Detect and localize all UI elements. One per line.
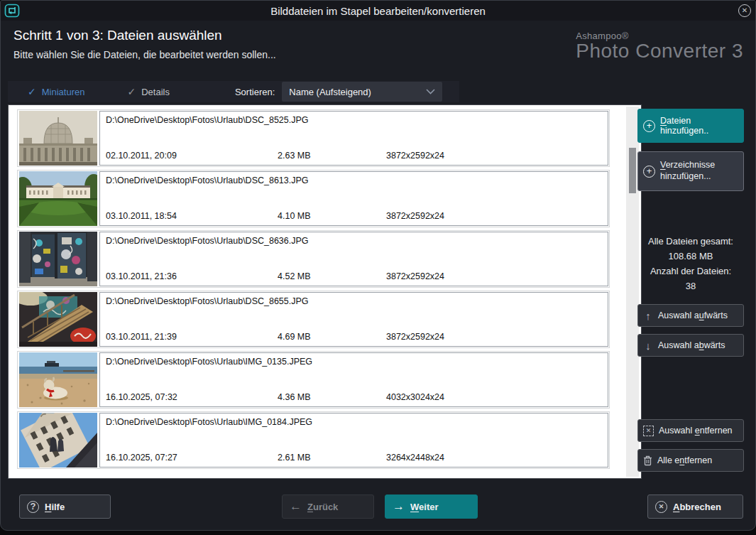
next-button[interactable]: → Weiter bbox=[385, 495, 478, 519]
file-date: 03.10.2011, 21:36 bbox=[106, 271, 278, 281]
remove-selection-icon: ✕ bbox=[643, 426, 654, 436]
remove-selection-button[interactable]: ✕ Auswahl entfernen bbox=[637, 419, 744, 442]
add-files-label: Dateien hinzufügen.. bbox=[660, 116, 738, 136]
thumbnail-beach-dog bbox=[19, 352, 97, 407]
next-label: Weiter bbox=[410, 502, 439, 512]
file-dimensions: 3872x2592x24 bbox=[386, 271, 444, 281]
file-path: D:\OneDrive\Desktop\Fotos\Urlaub\DSC_861… bbox=[106, 175, 309, 185]
file-dimensions: 3872x2592x24 bbox=[386, 211, 444, 221]
file-row[interactable]: D:\OneDrive\Desktop\Fotos\Urlaub\DSC_863… bbox=[17, 230, 610, 288]
file-stats: Alle Dateien gesamt: 108.68 MB Anzahl de… bbox=[637, 234, 744, 293]
file-date: 03.10.2011, 18:54 bbox=[106, 211, 278, 221]
page-title: Schritt 1 von 3: Dateien auswählen bbox=[13, 28, 222, 43]
plus-circle-icon: + bbox=[643, 120, 655, 132]
file-date: 03.10.2011, 21:39 bbox=[106, 332, 278, 342]
title-bar: Bilddateien im Stapel bearbeiten/konvert… bbox=[1, 1, 755, 21]
file-list: D:\OneDrive\Desktop\Fotos\Urlaub\DSC_852… bbox=[8, 104, 642, 479]
sort-dropdown[interactable]: Name (Aufsteigend) bbox=[282, 82, 442, 102]
file-info: D:\OneDrive\Desktop\Fotos\Urlaub\DSC_861… bbox=[99, 171, 608, 226]
thumbnail-palace-lawn bbox=[19, 171, 97, 226]
file-row[interactable]: D:\OneDrive\Desktop\Fotos\Urlaub\DSC_852… bbox=[17, 109, 610, 167]
close-icon[interactable]: ✕ bbox=[738, 4, 751, 17]
file-size: 4.10 MB bbox=[278, 211, 386, 221]
file-path: D:\OneDrive\Desktop\Fotos\Urlaub\DSC_852… bbox=[106, 115, 309, 125]
file-dimensions: 3264x2448x24 bbox=[386, 453, 444, 463]
trash-icon bbox=[643, 455, 652, 466]
arrow-left-icon: ← bbox=[290, 499, 302, 514]
remove-all-label: Alle entfernen bbox=[657, 455, 712, 465]
check-icon: ✓ bbox=[28, 86, 36, 97]
sort-label: Sortieren: bbox=[235, 87, 275, 97]
file-size: 4.36 MB bbox=[278, 392, 386, 402]
plus-circle-icon: + bbox=[643, 166, 655, 178]
arrow-up-icon: ↑ bbox=[643, 310, 653, 322]
tab-details[interactable]: ✓ Details bbox=[127, 86, 169, 97]
thumbnail-tilted-building bbox=[19, 413, 97, 468]
stats-count-value: 38 bbox=[637, 279, 744, 293]
file-path: D:\OneDrive\Desktop\Fotos\Urlaub\IMG_018… bbox=[106, 417, 312, 427]
file-row[interactable]: D:\OneDrive\Desktop\Fotos\Urlaub\IMG_013… bbox=[17, 351, 610, 409]
stats-total-value: 108.68 MB bbox=[637, 249, 744, 264]
move-selection-up-button[interactable]: ↑ Auswahl aufwärts bbox=[637, 304, 744, 327]
back-button[interactable]: ← Zurück bbox=[282, 495, 374, 519]
remove-all-button[interactable]: Alle entfernen bbox=[637, 449, 744, 472]
sort-selected-value: Name (Aufsteigend) bbox=[289, 87, 426, 97]
file-date: 16.10.2025, 07:27 bbox=[106, 453, 278, 463]
wizard-header: Schritt 1 von 3: Dateien auswählen Bitte… bbox=[1, 21, 755, 79]
file-dimensions: 3872x2592x24 bbox=[386, 151, 444, 161]
window-title: Bilddateien im Stapel bearbeiten/konvert… bbox=[1, 5, 755, 17]
file-path: D:\OneDrive\Desktop\Fotos\Urlaub\IMG_013… bbox=[106, 357, 312, 367]
file-date: 02.10.2011, 20:09 bbox=[106, 151, 278, 161]
file-dimensions: 4032x3024x24 bbox=[386, 392, 444, 402]
check-icon: ✓ bbox=[127, 86, 136, 97]
arrow-down-icon: ↓ bbox=[643, 340, 653, 352]
back-label: Zurück bbox=[307, 502, 338, 512]
file-info: D:\OneDrive\Desktop\Fotos\Urlaub\IMG_018… bbox=[99, 413, 608, 468]
help-label: Hilfe bbox=[45, 502, 65, 512]
cancel-button[interactable]: ✕ Abbrechen bbox=[647, 495, 743, 519]
cancel-circle-icon: ✕ bbox=[655, 501, 667, 513]
file-path: D:\OneDrive\Desktop\Fotos\Urlaub\DSC_863… bbox=[106, 236, 309, 246]
stats-total-label: Alle Dateien gesamt: bbox=[637, 234, 744, 249]
tab-miniaturen[interactable]: ✓ Miniaturen bbox=[28, 86, 84, 97]
scrollbar-thumb[interactable] bbox=[629, 148, 636, 193]
move-down-label: Auswahl abwärts bbox=[658, 340, 725, 350]
arrow-right-icon: → bbox=[393, 499, 405, 514]
thumbnail-graffiti-stairs bbox=[19, 292, 97, 347]
help-icon: ? bbox=[27, 501, 39, 513]
add-files-button[interactable]: + Dateien hinzufügen.. bbox=[637, 109, 744, 143]
remove-selection-label: Auswahl entfernen bbox=[659, 426, 733, 436]
page-subtitle: Bitte wählen Sie die Dateien, die bearbe… bbox=[13, 49, 276, 60]
move-up-label: Auswahl aufwärts bbox=[658, 310, 728, 320]
list-toolbar: ✓ Miniaturen ✓ Details Sortieren: Name (… bbox=[8, 81, 459, 102]
file-size: 4.69 MB bbox=[278, 332, 386, 342]
actions-sidebar: + Dateien hinzufügen.. + Verzeichnisse h… bbox=[637, 104, 744, 479]
file-dimensions: 3872x2592x24 bbox=[386, 332, 444, 342]
thumbnail-reichstag-dome bbox=[19, 111, 97, 166]
file-info: D:\OneDrive\Desktop\Fotos\Urlaub\IMG_013… bbox=[99, 352, 608, 407]
dialog-window: Bilddateien im Stapel bearbeiten/konvert… bbox=[0, 0, 756, 531]
app-icon bbox=[4, 4, 20, 18]
cancel-label: Abbrechen bbox=[673, 502, 721, 512]
add-directories-label: Verzeichnisse hinzufügen... bbox=[660, 160, 738, 182]
file-row[interactable]: D:\OneDrive\Desktop\Fotos\Urlaub\IMG_018… bbox=[17, 411, 610, 469]
file-row[interactable]: D:\OneDrive\Desktop\Fotos\Urlaub\DSC_861… bbox=[17, 170, 610, 227]
brand-logo: Ashampoo® Photo Converter 3 bbox=[576, 31, 743, 63]
thumbnail-graffiti-doors bbox=[19, 232, 97, 286]
tab-label: Miniaturen bbox=[42, 87, 85, 97]
chevron-down-icon bbox=[426, 89, 435, 94]
move-selection-down-button[interactable]: ↓ Auswahl abwärts bbox=[637, 334, 744, 357]
help-button[interactable]: ? Hilfe bbox=[19, 495, 111, 519]
stats-count-label: Anzahl der Dateien: bbox=[637, 264, 744, 279]
file-size: 2.61 MB bbox=[278, 453, 386, 463]
add-directories-button[interactable]: + Verzeichnisse hinzufügen... bbox=[637, 151, 744, 191]
file-size: 4.52 MB bbox=[278, 271, 386, 281]
file-info: D:\OneDrive\Desktop\Fotos\Urlaub\DSC_863… bbox=[99, 232, 608, 286]
tab-label: Details bbox=[141, 87, 170, 97]
file-info: D:\OneDrive\Desktop\Fotos\Urlaub\DSC_865… bbox=[99, 292, 608, 347]
file-info: D:\OneDrive\Desktop\Fotos\Urlaub\DSC_852… bbox=[99, 111, 608, 166]
file-size: 2.63 MB bbox=[278, 151, 386, 161]
file-path: D:\OneDrive\Desktop\Fotos\Urlaub\DSC_865… bbox=[106, 296, 309, 306]
brand-product: Photo Converter 3 bbox=[576, 40, 743, 63]
file-row[interactable]: D:\OneDrive\Desktop\Fotos\Urlaub\DSC_865… bbox=[17, 291, 610, 348]
